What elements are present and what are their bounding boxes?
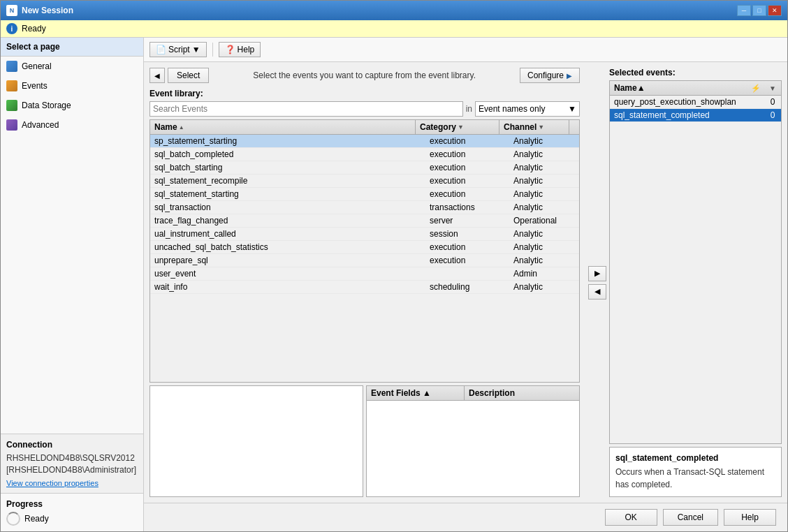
back-button[interactable]: ◀ bbox=[149, 68, 165, 83]
sidebar: Select a page General Events Data Storag… bbox=[1, 38, 144, 531]
help-button[interactable]: ❓ Help bbox=[219, 42, 261, 57]
search-dropdown[interactable]: Event names only ▼ bbox=[475, 101, 580, 117]
remove-event-button[interactable]: ◀ bbox=[588, 284, 606, 300]
minimize-button[interactable]: ─ bbox=[737, 5, 751, 16]
right-panel: Selected events: Name ▲ ⚡ ▼ bbox=[609, 62, 787, 503]
configure-button[interactable]: Configure ▶ bbox=[520, 68, 580, 83]
maximize-button[interactable]: □ bbox=[752, 5, 766, 16]
close-button[interactable]: ✕ bbox=[768, 5, 782, 16]
sidebar-item-events[interactable]: Events bbox=[1, 76, 143, 96]
th-channel[interactable]: Channel ▼ bbox=[499, 120, 569, 134]
td-name: sql_batch_starting bbox=[150, 161, 425, 174]
search-dropdown-value: Event names only bbox=[479, 104, 545, 114]
bottom-panels: Event Fields ▲ Description bbox=[149, 385, 580, 497]
td-category: scheduling bbox=[425, 281, 509, 293]
td-category: execution bbox=[425, 148, 509, 161]
help-label: Help bbox=[238, 45, 255, 54]
selected-event-row[interactable]: query_post_execution_showplan 0 bbox=[610, 96, 781, 109]
advanced-icon bbox=[6, 119, 17, 131]
table-row[interactable]: sql_batch_completed execution Analytic bbox=[150, 148, 579, 161]
td-name: user_event bbox=[150, 267, 425, 280]
th-name[interactable]: Name ▲ bbox=[150, 120, 416, 134]
td-name: sql_transaction bbox=[150, 201, 425, 214]
sort-arrow-fields: ▲ bbox=[423, 388, 431, 398]
sidebar-item-label-events: Events bbox=[22, 81, 48, 91]
window-controls: ─ □ ✕ bbox=[737, 5, 782, 16]
td-category bbox=[425, 267, 509, 280]
connection-link[interactable]: View connection properties bbox=[6, 479, 138, 487]
table-row[interactable]: user_event Admin bbox=[150, 267, 579, 281]
progress-spinner bbox=[6, 512, 20, 526]
td-channel: Analytic bbox=[509, 175, 579, 187]
detail-right-panel: Event Fields ▲ Description bbox=[366, 385, 580, 497]
general-icon bbox=[6, 61, 17, 72]
script-button[interactable]: 📄 Script ▼ bbox=[149, 42, 207, 57]
sel-th-name: Name ▲ bbox=[610, 81, 747, 95]
progress-title: Progress bbox=[6, 499, 138, 509]
window-icon: N bbox=[6, 5, 17, 16]
sidebar-item-general[interactable]: General bbox=[1, 57, 143, 76]
table-row[interactable]: sql_statement_recompile execution Analyt… bbox=[150, 175, 579, 188]
td-channel: Analytic bbox=[509, 241, 579, 253]
ok-button[interactable]: OK bbox=[605, 509, 657, 526]
table-row[interactable]: sql_batch_starting execution Analytic bbox=[150, 161, 579, 175]
title-bar: N New Session ─ □ ✕ bbox=[1, 1, 787, 20]
sidebar-item-datastorage[interactable]: Data Storage bbox=[1, 96, 143, 115]
progress-status: Ready bbox=[24, 514, 49, 524]
event-fields-label: Event Fields bbox=[371, 388, 421, 398]
th-name-label: Name bbox=[154, 122, 177, 132]
status-text: Ready bbox=[22, 24, 46, 34]
selected-table-body: query_post_execution_showplan 0 sql_stat… bbox=[610, 96, 781, 443]
sel-td-name: query_post_execution_showplan bbox=[610, 96, 764, 108]
th-category[interactable]: Category ▼ bbox=[416, 120, 499, 134]
configure-label: Configure bbox=[527, 71, 564, 80]
sel-td-name: sql_statement_completed bbox=[610, 109, 764, 121]
td-name: unprepare_sql bbox=[150, 254, 425, 267]
main-layout: Select a page General Events Data Storag… bbox=[1, 38, 787, 531]
help-icon: ❓ bbox=[225, 45, 235, 54]
table-row[interactable]: unprepare_sql execution Analytic bbox=[150, 254, 579, 267]
transfer-buttons: ▶ ◀ bbox=[585, 62, 609, 503]
search-input[interactable] bbox=[149, 101, 463, 117]
event-description-panel: sql_statement_completed Occurs when a Tr… bbox=[609, 447, 782, 497]
table-row[interactable]: uncached_sql_batch_statistics execution … bbox=[150, 241, 579, 254]
table-row[interactable]: wait_info scheduling Analytic bbox=[150, 281, 579, 294]
td-category: execution bbox=[425, 175, 509, 187]
content-area: 📄 Script ▼ ❓ Help ◀ bbox=[144, 38, 787, 531]
table-row[interactable]: trace_flag_changed server Operational bbox=[150, 214, 579, 228]
select-button[interactable]: Select bbox=[168, 68, 209, 83]
connection-title: Connection bbox=[6, 440, 138, 450]
table-row[interactable]: sp_statement_starting execution Analytic bbox=[150, 135, 579, 148]
td-name: sql_batch_completed bbox=[150, 148, 425, 161]
td-channel: Operational bbox=[509, 214, 579, 227]
connection-section: Connection RHSHELDOND4B8\SQLSRV2012 [RHS… bbox=[1, 434, 143, 493]
selected-table-header: Name ▲ ⚡ ▼ bbox=[610, 81, 781, 96]
sel-td-count: 0 bbox=[764, 109, 781, 121]
table-row[interactable]: ual_instrument_called session Analytic bbox=[150, 228, 579, 241]
server-user: [RHSHELDOND4B8\Administrator] bbox=[6, 465, 136, 475]
table-row[interactable]: sql_transaction transactions Analytic bbox=[150, 201, 579, 214]
datastorage-icon bbox=[6, 100, 17, 111]
left-panel: ◀ Select Select the events you want to c… bbox=[144, 62, 585, 503]
selected-events-label: Selected events: bbox=[609, 68, 782, 77]
progress-section: Progress Ready bbox=[1, 493, 143, 531]
td-channel: Analytic bbox=[509, 188, 579, 200]
td-name: ual_instrument_called bbox=[150, 228, 425, 240]
sidebar-item-label-advanced: Advanced bbox=[22, 120, 59, 130]
th-channel-label: Channel bbox=[504, 122, 537, 132]
search-in-label: in bbox=[466, 104, 472, 114]
sidebar-item-label-general: General bbox=[22, 61, 52, 71]
selected-event-row[interactable]: sql_statement_completed 0 bbox=[610, 109, 781, 122]
script-icon: 📄 bbox=[156, 45, 166, 54]
td-channel: Analytic bbox=[509, 281, 579, 293]
sidebar-header: Select a page bbox=[1, 38, 143, 57]
cancel-button[interactable]: Cancel bbox=[663, 509, 718, 526]
table-row[interactable]: sql_statement_starting execution Analyti… bbox=[150, 188, 579, 201]
help-footer-button[interactable]: Help bbox=[724, 509, 776, 526]
sidebar-item-advanced[interactable]: Advanced bbox=[1, 115, 143, 135]
td-name: uncached_sql_batch_statistics bbox=[150, 241, 425, 253]
events-library-header: Event library: bbox=[149, 89, 580, 98]
sel-th-lightning: ⚡ bbox=[747, 81, 764, 95]
add-event-button[interactable]: ▶ bbox=[588, 266, 606, 281]
sel-th-name-label: Name bbox=[614, 83, 637, 93]
